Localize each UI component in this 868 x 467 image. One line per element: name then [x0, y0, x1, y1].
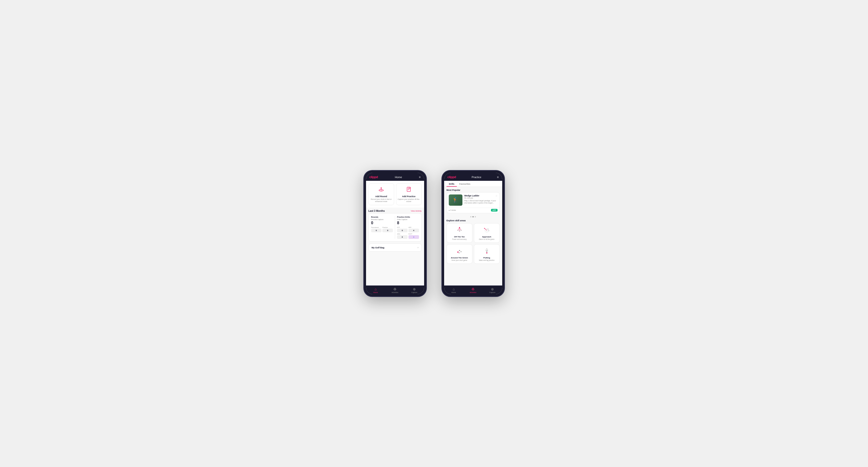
dot-3 [475, 216, 476, 217]
app-header-home: clippd Home ≡ [366, 173, 424, 181]
svg-line-38 [487, 250, 488, 251]
rounds-capture-label: Rounds Capture [371, 219, 393, 220]
activity-section-header: Last 3 Months View Activity [366, 208, 424, 213]
practice-nav-activities[interactable]: ♻ Activities [463, 287, 483, 293]
activities-nav-label: Activities [392, 291, 399, 293]
quick-actions: Add Round Record your shots in fast or e… [366, 181, 424, 208]
off-the-tee-icon-area [454, 226, 465, 235]
drills-col: Practice Drills Drills Capture 8 OTT 0 A… [397, 216, 419, 239]
around-the-green-desc: Hone your short game [452, 259, 467, 261]
around-the-green-name: Around The Green [451, 257, 468, 259]
activities-nav-icon: ♻ [393, 287, 397, 291]
putting-name: Putting [484, 257, 490, 259]
practice-tabs: Drills Favourites [444, 181, 502, 187]
drill-name: Wedge Ladder [464, 194, 479, 197]
ott-label: OTT [397, 227, 407, 228]
putting-desc: Make and lag practice [479, 259, 495, 261]
add-round-desc: Record your shots in fast or enhanced mo… [370, 198, 393, 203]
skill-card-off-the-tee[interactable]: Off The Tee Power and accuracy [446, 223, 472, 243]
add-practice-card[interactable]: + Add Practice Capture your practice off… [396, 183, 422, 205]
bottom-nav-practice: ⌂ Home ♻ Activities ⊕ Capture [444, 285, 502, 294]
practice-title: Practice [472, 176, 482, 179]
practice-activities-nav-label: Activities [470, 291, 476, 293]
skill-grid: Off The Tee Power and accuracy [444, 223, 502, 266]
drills-sub-stats-2: ARG 0 PUTT 4 [397, 233, 419, 239]
drills-capture-label: Drills Capture [397, 219, 419, 220]
skill-card-approach[interactable]: Approach Dial-in to hit the green [474, 223, 500, 243]
arg-stat: ARG 0 [397, 233, 407, 239]
approach-name: Approach [482, 236, 491, 238]
drills-title: Practice Drills [397, 216, 419, 218]
tournament-stat: Tournament 0 [371, 227, 382, 232]
arg-label: ARG [397, 233, 407, 235]
skill-card-around-the-green[interactable]: Around The Green Hone your short game [446, 244, 472, 264]
tab-favourites[interactable]: Favourites [457, 181, 473, 187]
practice-home-nav-icon: ⌂ [453, 287, 455, 291]
skill-card-putting[interactable]: Putting Make and lag practice [474, 244, 500, 264]
practice-capture-nav-label: Capture [489, 291, 495, 293]
svg-line-30 [459, 252, 461, 253]
app-logo: clippd [369, 175, 378, 179]
drills-total: 8 [397, 221, 419, 225]
approach-icon-area [482, 226, 492, 235]
view-activity-link[interactable]: View Activity [411, 210, 422, 212]
svg-line-28 [458, 251, 460, 252]
tournament-value: 0 [371, 229, 382, 232]
off-the-tee-name: Off The Tee [454, 236, 465, 238]
drills-sub-stats: OTT 0 APP 4 [397, 227, 419, 232]
drill-description: Play 1 shot at each target yardage. If y… [464, 199, 498, 204]
drill-star-icon: ☆ [495, 194, 498, 197]
putt-label: PUTT [408, 233, 419, 235]
add-round-title: Add Round [375, 195, 387, 198]
drill-card-wedge-ladder[interactable]: 🏌️ Wedge Ladder ☆ 50–100 yds Play 1 shot… [446, 192, 500, 213]
tab-drills[interactable]: Drills [446, 181, 457, 187]
rounds-total: 0 [371, 221, 393, 225]
practice-nav-capture[interactable]: ⊕ Capture [483, 287, 502, 293]
putt-stat: PUTT 4 [408, 233, 419, 239]
golf-bag-card[interactable]: My Golf Bag › [369, 244, 422, 252]
practice-logo: clippd [447, 175, 456, 179]
nav-capture[interactable]: ⊕ Capture [405, 287, 424, 293]
ott-value: 0 [397, 229, 407, 232]
add-practice-icon: + [405, 186, 412, 194]
add-round-card[interactable]: Add Round Record your shots in fast or e… [369, 183, 394, 205]
tournament-label: Tournament [371, 227, 382, 228]
svg-line-37 [486, 250, 487, 251]
approach-desc: Dial-in to hit the green [479, 238, 495, 240]
svg-text:+: + [409, 187, 410, 189]
svg-point-23 [488, 230, 489, 231]
dot-2 [472, 216, 474, 217]
app-label: APP [408, 227, 419, 228]
off-the-tee-desc: Power and accuracy [452, 238, 467, 240]
capture-nav-label: Capture [411, 291, 417, 293]
carousel-dots [444, 215, 502, 218]
svg-line-29 [460, 251, 461, 252]
rounds-title: Rounds [371, 216, 393, 218]
drill-badge: APP [491, 209, 497, 212]
explore-label: Explore skill areas [444, 218, 502, 223]
nav-home[interactable]: ⌂ Home [366, 287, 385, 293]
putting-icon-area [482, 247, 492, 256]
app-stat: APP 4 [408, 227, 419, 232]
shots-icon: ● [449, 209, 450, 211]
practice-label: Practice [382, 227, 393, 228]
svg-point-13 [459, 227, 460, 228]
practice-nav-home[interactable]: ⌂ Home [444, 287, 463, 293]
practice-stat: Practice 0 [382, 227, 393, 232]
app-value: 4 [408, 229, 419, 232]
activity-title: Last 3 Months [369, 210, 385, 212]
hamburger-icon[interactable]: ≡ [419, 176, 421, 179]
phone-home: clippd Home ≡ Add Round [363, 170, 427, 297]
practice-hamburger-icon[interactable]: ≡ [497, 176, 499, 179]
nav-activities[interactable]: ♻ Activities [385, 287, 405, 293]
svg-point-22 [488, 229, 488, 229]
rounds-sub-stats: Tournament 0 Practice 0 [371, 227, 393, 232]
drill-shots: ● 9 shots [449, 209, 456, 211]
add-practice-title: Add Practice [402, 195, 415, 198]
home-nav-label: Home [373, 291, 378, 293]
most-popular-label: Most Popular [444, 187, 502, 192]
chevron-right-icon: › [417, 246, 418, 249]
practice-screen-content: Most Popular 🏌️ Wedge Ladder ☆ 50–100 yd… [444, 187, 502, 285]
drill-range: 50–100 yds [464, 197, 498, 199]
add-round-icon [378, 186, 384, 194]
